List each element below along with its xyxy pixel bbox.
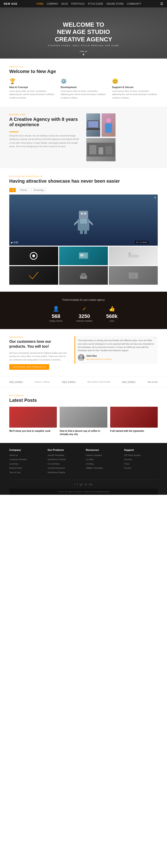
nav-home[interactable]: HOME bbox=[36, 3, 43, 5]
svg-rect-6 bbox=[89, 145, 96, 154]
experience-title: A Creative Agency with 8 years of experi… bbox=[9, 117, 81, 127]
stat-col-0: 👤 568 Happy Clients bbox=[49, 306, 62, 322]
footer-item-23[interactable]: Affiliate / Resellers bbox=[86, 466, 119, 470]
footer-col-1: Our Products Joomla Templates WordPress … bbox=[48, 448, 81, 475]
check-icon: ✓ bbox=[76, 306, 92, 312]
footer-item-04[interactable]: Term of Use bbox=[9, 471, 43, 474]
footer-item-21[interactable]: CS Blog bbox=[86, 458, 119, 461]
testimonial-author: John Doe http://www.themeurl.com/demo bbox=[78, 354, 155, 361]
nav-online-store[interactable]: ONLINE STORE bbox=[107, 3, 124, 5]
post-card-0[interactable]: We'll show you how to campfire cook bbox=[9, 407, 57, 436]
portfolio-item-0[interactable] bbox=[9, 247, 58, 265]
svg-rect-2 bbox=[86, 128, 100, 130]
post-card-1[interactable]: How to find a decent cup of coffee in vi… bbox=[59, 407, 107, 436]
hamburger-icon[interactable]: ☰ bbox=[160, 2, 163, 6]
rss-icon[interactable]: rss bbox=[89, 483, 92, 486]
post-image-0 bbox=[9, 407, 57, 428]
footer-col-0: Company About Us Customer Reviews Licens… bbox=[9, 448, 43, 475]
footer: Company About Us Customer Reviews Licens… bbox=[0, 443, 167, 495]
footer-item-02[interactable]: Licensing bbox=[9, 462, 43, 465]
hero-content: WELCOME TO NEW AGE STUDIO CREATIVE AGENC… bbox=[48, 19, 119, 47]
footer-item-11[interactable]: WordPress Themes bbox=[48, 458, 81, 461]
stat-number-1: 3250 bbox=[76, 313, 92, 319]
footer-item-31[interactable]: Services bbox=[124, 458, 158, 461]
footer-item-32[interactable]: FAQs bbox=[124, 462, 158, 465]
post-title-2: It all started with the typewriter bbox=[110, 430, 158, 433]
discover-products-button[interactable]: DISCOVER OUR PRODUCTS bbox=[9, 364, 49, 370]
favorite-icon[interactable]: ♥ bbox=[155, 196, 156, 199]
svg-point-32 bbox=[80, 355, 83, 358]
footer-item-22[interactable]: CS Blog bbox=[86, 462, 119, 465]
svg-point-33 bbox=[79, 358, 83, 361]
footer-item-14[interactable]: WordPress Plugins bbox=[48, 471, 81, 474]
portfolio-item-1[interactable] bbox=[59, 247, 108, 265]
tab-technology[interactable]: Technology bbox=[31, 188, 46, 192]
googleplus-icon[interactable]: g+ bbox=[80, 483, 83, 486]
post-card-2[interactable]: It all started with the typewriter bbox=[110, 407, 158, 436]
footer-item-30[interactable]: Off-Ticket System bbox=[124, 454, 158, 457]
stats-section: Perfect template for your creative agenc… bbox=[0, 292, 167, 329]
portfolio-item-3[interactable] bbox=[9, 266, 58, 285]
quote-mark-icon: " bbox=[153, 337, 156, 343]
col-text-2: Lorem ipsum dolor sit amet, consectetur … bbox=[112, 90, 158, 99]
testimonial-right: " This testimonial is a shining and very… bbox=[75, 336, 158, 370]
portfolio-label: EXCLUSIVE PORTFOLIO bbox=[9, 175, 158, 178]
experience-text: Doing this since decade. We are waiting … bbox=[9, 134, 81, 148]
svg-rect-22 bbox=[80, 254, 83, 256]
svg-rect-17 bbox=[84, 230, 87, 234]
robot-figure-icon bbox=[74, 206, 93, 234]
about-col-2: 😊 Support & Secure Lorem ipsum dolor sit… bbox=[112, 78, 158, 99]
logo-3: HELSINKI DISCOVER bbox=[87, 381, 110, 383]
twitter-icon[interactable]: t bbox=[77, 483, 78, 486]
svg-point-3 bbox=[106, 118, 111, 123]
navbar: NEW AGE HOME COMPANY BLOG PORTFOLIO STYL… bbox=[0, 0, 167, 7]
nav-style-guide[interactable]: STYLE GUIDE bbox=[88, 3, 103, 5]
stat-label-0: Happy Clients bbox=[49, 320, 62, 322]
nav-community[interactable]: COMMUNITY bbox=[127, 3, 141, 5]
footer-item-10[interactable]: Joomla Templates bbox=[48, 454, 81, 457]
gear-icon: ⚙️ bbox=[60, 78, 106, 84]
col-text-0: Lorem ipsum dolor sit amet, consectetur … bbox=[9, 90, 55, 99]
portfolio-grid bbox=[9, 247, 158, 285]
svg-point-29 bbox=[83, 275, 84, 277]
nav-portfolio[interactable]: PORTFOLIO bbox=[71, 3, 85, 5]
video-bg bbox=[9, 194, 158, 246]
author-url[interactable]: http://www.themeurl.com/demo bbox=[86, 358, 112, 361]
hero-scroll[interactable]: STAY UP ▼ bbox=[80, 51, 87, 56]
clients-icon: 👤 bbox=[49, 306, 62, 312]
portfolio-item-5[interactable] bbox=[109, 266, 158, 285]
tab-themes[interactable]: Themes bbox=[17, 188, 30, 192]
nav-blog[interactable]: BLOG bbox=[61, 3, 68, 5]
col-title-0: Idea & Concept bbox=[9, 86, 55, 89]
portfolio-item-4[interactable] bbox=[59, 266, 108, 285]
experience-left: WHERE ARE A Creative Agency with 8 years… bbox=[9, 114, 81, 148]
footer-item-20[interactable]: Feature Samples bbox=[86, 454, 119, 457]
logo-4: HELSINKI bbox=[122, 381, 136, 383]
footer-item-13[interactable]: Joomla Extensions bbox=[48, 466, 81, 470]
portfolio-video[interactable]: ▶ 0:00 01 / 11 vimeo ♥ bbox=[9, 194, 158, 246]
footer-item-01[interactable]: Customer Reviews bbox=[9, 458, 43, 461]
footer-item-12[interactable]: CS-CartView bbox=[48, 462, 81, 465]
play-icon[interactable]: ▶ 0:00 bbox=[11, 241, 18, 244]
footer-columns: Company About Us Customer Reviews Licens… bbox=[9, 448, 158, 480]
exp-image-office bbox=[86, 138, 116, 161]
stats-subtitle: Perfect template for your creative agenc… bbox=[7, 299, 160, 301]
nav-logo: NEW AGE bbox=[4, 2, 17, 5]
tab-all[interactable]: All bbox=[9, 188, 16, 192]
linkedin-icon[interactable]: in bbox=[85, 483, 87, 486]
svg-rect-11 bbox=[84, 213, 86, 215]
svg-rect-9 bbox=[79, 211, 88, 219]
svg-rect-24 bbox=[129, 252, 131, 255]
nav-company[interactable]: COMPANY bbox=[47, 3, 58, 5]
svg-rect-4 bbox=[105, 123, 112, 133]
footer-item-33[interactable]: Forums bbox=[124, 466, 158, 470]
portfolio-tabs: All Themes Technology bbox=[9, 188, 158, 192]
footer-copyright: © 2016 All rights reserved. Powered by S… bbox=[9, 489, 158, 495]
facebook-icon[interactable]: f bbox=[75, 483, 75, 486]
portfolio-item-2[interactable] bbox=[109, 247, 158, 265]
posts-grid: We'll show you how to campfire cook How … bbox=[9, 407, 158, 436]
trophy-icon: 🏆 bbox=[9, 78, 55, 84]
footer-item-00[interactable]: About Us bbox=[9, 454, 43, 457]
svg-line-14 bbox=[74, 221, 78, 225]
footer-item-03[interactable]: Refund Policy bbox=[9, 466, 43, 470]
